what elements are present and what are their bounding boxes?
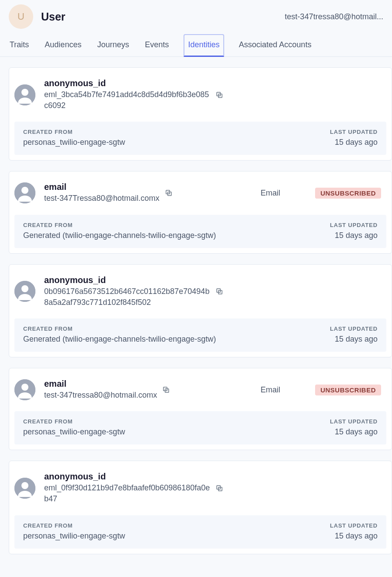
identity-card-top: anonymous_id eml_3bca54b7fe7491add4c8d5d… <box>9 68 392 122</box>
identity-card-footer: CREATED FROM personas_twilio-engage-sgtw… <box>14 515 386 549</box>
page-title: User <box>41 10 66 23</box>
identity-card-footer: CREATED FROM Generated (twilio-engage-ch… <box>14 318 386 352</box>
identity-card-top: anonymous_id eml_0f9f30d121b9d7e8bfaafef… <box>9 461 392 515</box>
last-updated-label: LAST UPDATED <box>330 222 378 228</box>
identity-card-footer: CREATED FROM Generated (twilio-engage-ch… <box>14 215 386 248</box>
svg-point-5 <box>21 187 28 194</box>
tab-identities[interactable]: Identities <box>184 34 224 57</box>
status-badge: UNSUBSCRIBED <box>315 188 381 199</box>
identity-type: email <box>44 379 157 389</box>
tab-traits[interactable]: Traits <box>9 34 30 57</box>
tab-journeys[interactable]: Journeys <box>96 34 130 57</box>
identity-card-footer: CREATED FROM personas_twilio-engage-sgtw… <box>14 411 386 444</box>
person-icon <box>14 84 35 105</box>
svg-point-17 <box>21 482 28 489</box>
header-left: U User <box>9 4 66 29</box>
identity-info: email test-347tressa80@hotmail.comx <box>44 379 170 401</box>
copy-icon[interactable] <box>162 386 170 394</box>
identity-card-top: anonymous_id 0b096176a5673512b6467cc0116… <box>9 265 392 318</box>
created-from-label: CREATED FROM <box>23 222 216 228</box>
created-from-value: personas_twilio-engage-sgtw <box>23 532 125 541</box>
identity-type: anonymous_id <box>44 275 210 285</box>
identity-card: email test-347Tressa80@hotmail.comx Emai… <box>9 171 392 253</box>
last-updated-label: LAST UPDATED <box>330 418 378 425</box>
identity-card: email test-347tressa80@hotmail.comx Emai… <box>9 368 392 450</box>
identity-info: email test-347Tressa80@hotmail.comx <box>44 182 173 204</box>
user-avatar: U <box>9 4 33 29</box>
identity-value: 0b096176a5673512b6467cc01162b87e70494b8a… <box>44 286 210 308</box>
identity-type: anonymous_id <box>44 472 210 482</box>
identity-value: eml_3bca54b7fe7491add4c8d5d4d9bf6b3e085c… <box>44 89 210 111</box>
person-icon <box>14 379 35 400</box>
identity-card: anonymous_id eml_0f9f30d121b9d7e8bfaafef… <box>9 461 392 554</box>
channel-label: Email <box>260 385 280 395</box>
identity-value: eml_0f9f30d121b9d7e8bfaafef0b60986180fa0… <box>44 483 210 504</box>
identity-card: anonymous_id 0b096176a5673512b6467cc0116… <box>9 264 392 357</box>
svg-point-1 <box>21 89 28 96</box>
identity-type: anonymous_id <box>44 78 210 88</box>
person-icon <box>14 478 35 499</box>
last-updated-value: 15 days ago <box>330 231 378 240</box>
person-icon <box>14 182 35 203</box>
created-from-label: CREATED FROM <box>23 418 125 425</box>
identity-card-footer: CREATED FROM personas_twilio-engage-sgtw… <box>14 122 386 155</box>
created-from-value: Generated (twilio-engage-channels-twilio… <box>23 335 216 344</box>
copy-icon[interactable] <box>165 189 173 197</box>
svg-point-13 <box>21 384 28 391</box>
last-updated-value: 15 days ago <box>330 138 378 147</box>
svg-point-9 <box>21 285 28 292</box>
last-updated-label: LAST UPDATED <box>330 522 378 529</box>
created-from-value: personas_twilio-engage-sgtw <box>23 427 125 437</box>
avatar-letter: U <box>17 11 24 22</box>
created-from-label: CREATED FROM <box>23 325 216 332</box>
created-from-label: CREATED FROM <box>23 522 125 529</box>
tab-audiences[interactable]: Audiences <box>44 34 82 57</box>
identity-card-top: email test-347tressa80@hotmail.comx Emai… <box>9 368 392 411</box>
last-updated-value: 15 days ago <box>330 532 378 541</box>
copy-icon[interactable] <box>215 484 223 492</box>
identity-card-top: email test-347Tressa80@hotmail.comx Emai… <box>9 171 392 214</box>
tab-associated-accounts[interactable]: Associated Accounts <box>238 34 312 57</box>
created-from-value: Generated (twilio-engage-channels-twilio… <box>23 231 216 240</box>
last-updated-value: 15 days ago <box>330 335 378 344</box>
last-updated-label: LAST UPDATED <box>330 325 378 332</box>
created-from-value: personas_twilio-engage-sgtw <box>23 138 125 147</box>
tabs-bar: Traits Audiences Journeys Events Identit… <box>0 34 392 57</box>
identity-value: test-347Tressa80@hotmail.comx <box>44 193 160 204</box>
identity-info: anonymous_id eml_3bca54b7fe7491add4c8d5d… <box>44 78 223 111</box>
status-badge: UNSUBSCRIBED <box>315 385 381 395</box>
identity-info: anonymous_id eml_0f9f30d121b9d7e8bfaafef… <box>44 472 223 504</box>
copy-icon[interactable] <box>215 287 223 295</box>
identity-type: email <box>44 182 160 192</box>
last-updated-label: LAST UPDATED <box>330 129 378 135</box>
header-email: test-347tressa80@hotmail... <box>285 12 383 21</box>
copy-icon[interactable] <box>215 91 223 99</box>
last-updated-value: 15 days ago <box>330 427 378 437</box>
channel-label: Email <box>260 189 280 198</box>
tab-events[interactable]: Events <box>144 34 170 57</box>
person-icon <box>14 281 35 302</box>
page-header: U User test-347tressa80@hotmail... <box>0 0 392 34</box>
created-from-label: CREATED FROM <box>23 129 125 135</box>
identities-list: anonymous_id eml_3bca54b7fe7491add4c8d5d… <box>0 57 392 575</box>
identity-card: anonymous_id eml_3bca54b7fe7491add4c8d5d… <box>9 67 392 161</box>
identity-value: test-347tressa80@hotmail.comx <box>44 390 157 401</box>
identity-info: anonymous_id 0b096176a5673512b6467cc0116… <box>44 275 223 308</box>
